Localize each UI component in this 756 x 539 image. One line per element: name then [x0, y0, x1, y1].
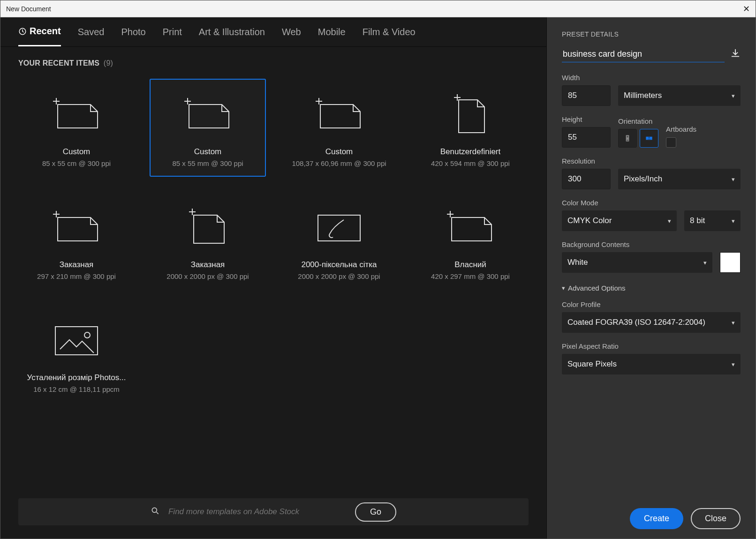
svg-point-8 [649, 137, 650, 138]
preset-meta: 85 x 55 cm @ 300 ppi [42, 159, 111, 167]
preset-card[interactable]: Custom85 x 55 cm @ 300 ppi [18, 79, 135, 177]
advanced-options-toggle[interactable]: ▾ Advanced Options [562, 284, 741, 292]
save-preset-icon[interactable] [730, 48, 741, 60]
width-label: Width [562, 74, 741, 82]
new-document-dialog: New Document ✕ Recent Saved Photo Print … [0, 0, 756, 539]
background-contents-label: Background Contents [562, 240, 741, 248]
artboards-checkbox[interactable] [666, 137, 676, 148]
artboards-label: Artboards [666, 125, 696, 133]
tab-web[interactable]: Web [282, 27, 301, 46]
preset-document-icon [452, 88, 489, 140]
chevron-down-icon: ▾ [732, 217, 735, 225]
tab-photo[interactable]: Photo [121, 27, 145, 46]
preset-meta: 420 x 297 mm @ 300 ppi [431, 272, 510, 280]
preset-card[interactable]: Benutzerdefiniert420 x 594 mm @ 300 ppi [412, 79, 529, 177]
preset-document-icon [313, 88, 365, 140]
preset-document-icon [187, 201, 229, 253]
resolution-input[interactable] [562, 169, 611, 189]
svg-rect-1 [318, 215, 360, 241]
left-pane: Recent Saved Photo Print Art & Illustrat… [0, 17, 547, 539]
color-profile-select[interactable]: Coated FOGRA39 (ISO 12647-2:2004) ▾ [562, 312, 741, 333]
pixel-aspect-ratio-label: Pixel Aspect Ratio [562, 342, 741, 350]
svg-point-6 [627, 136, 628, 137]
preset-card[interactable]: Власний420 x 297 mm @ 300 ppi [412, 192, 529, 290]
category-tabs: Recent Saved Photo Print Art & Illustrat… [0, 17, 546, 47]
chevron-down-icon: ▾ [562, 284, 565, 292]
svg-point-3 [84, 332, 90, 338]
preset-details-panel: PRESET DETAILS Width Millimeters ▾ Heigh… [547, 17, 756, 539]
orientation-label: Orientation [618, 117, 658, 125]
preset-title: Власний [454, 260, 486, 270]
preset-title: Custom [325, 147, 353, 157]
preset-document-icon [182, 88, 234, 140]
tab-film-video[interactable]: Film & Video [363, 27, 416, 46]
preset-meta: 297 x 210 mm @ 300 ppi [37, 272, 116, 280]
template-search-input[interactable] [168, 507, 347, 517]
background-contents-select[interactable]: White ▾ [562, 252, 712, 273]
color-profile-label: Color Profile [562, 300, 741, 308]
chevron-down-icon: ▾ [732, 319, 735, 326]
width-input[interactable] [562, 85, 611, 106]
preset-meta: 2000 x 2000 px @ 300 ppi [166, 272, 249, 280]
titlebar: New Document ✕ [0, 0, 756, 17]
window-title: New Document [6, 5, 51, 13]
preset-meta: 108,37 x 60,96 mm @ 300 ppi [292, 159, 386, 167]
preset-meta: 2000 x 2000 px @ 300 ppi [298, 272, 380, 280]
preset-card[interactable]: 2000-піксельна сітка2000 x 2000 px @ 300… [281, 192, 397, 290]
preset-card[interactable]: Заказная2000 x 2000 px @ 300 ppi [150, 192, 266, 290]
preset-card[interactable]: Заказная297 x 210 mm @ 300 ppi [18, 192, 135, 290]
chevron-down-icon: ▾ [668, 217, 671, 225]
preset-card[interactable]: Custom85 x 55 mm @ 300 ppi [150, 79, 266, 177]
color-depth-select[interactable]: 8 bit ▾ [684, 210, 741, 231]
color-mode-label: Color Mode [562, 199, 741, 207]
resolution-label: Resolution [562, 157, 741, 165]
svg-point-4 [152, 508, 157, 512]
height-input[interactable] [562, 127, 611, 148]
orientation-landscape-button[interactable] [640, 129, 658, 148]
preset-details-title: PRESET DETAILS [562, 30, 741, 38]
background-color-swatch[interactable] [720, 252, 741, 273]
units-select[interactable]: Millimeters ▾ [618, 85, 741, 106]
preset-title: Custom [63, 147, 91, 157]
close-button[interactable]: Close [691, 508, 741, 529]
recent-items-heading: YOUR RECENT ITEMS (9) [18, 59, 529, 67]
go-button[interactable]: Go [355, 502, 396, 522]
preset-meta: 85 x 55 mm @ 300 ppi [172, 159, 243, 167]
preset-card[interactable]: Усталений розмір Photos...16 x 12 cm @ 1… [18, 305, 135, 403]
chevron-down-icon: ▾ [703, 259, 707, 266]
preset-title: 2000-піксельна сітка [301, 260, 377, 270]
pixel-aspect-ratio-select[interactable]: Square Pixels ▾ [562, 354, 741, 374]
preset-title: Заказная [191, 260, 225, 270]
tab-print[interactable]: Print [163, 27, 182, 46]
preset-title: Усталений розмір Photos... [27, 373, 126, 382]
preset-meta: 420 x 594 mm @ 300 ppi [431, 159, 510, 167]
search-icon [151, 506, 160, 517]
tab-saved[interactable]: Saved [78, 27, 105, 46]
preset-document-icon [313, 201, 365, 253]
height-label: Height [562, 115, 611, 123]
recent-icon [18, 27, 27, 36]
create-button[interactable]: Create [630, 508, 683, 529]
tab-mobile[interactable]: Mobile [318, 27, 346, 46]
resolution-units-select[interactable]: Pixels/Inch ▾ [618, 169, 741, 189]
preset-document-icon [51, 314, 102, 366]
preset-name-input[interactable] [562, 46, 725, 62]
tab-recent[interactable]: Recent [18, 26, 61, 46]
close-icon[interactable]: ✕ [743, 4, 750, 14]
orientation-portrait-button[interactable] [618, 129, 637, 148]
preset-title: Custom [194, 147, 222, 157]
preset-document-icon [51, 201, 102, 253]
preset-grid: Custom85 x 55 cm @ 300 ppiCustom85 x 55 … [18, 79, 529, 403]
preset-meta: 16 x 12 cm @ 118,11 ppcm [33, 385, 120, 393]
chevron-down-icon: ▾ [732, 92, 735, 99]
tab-label: Recent [30, 26, 61, 37]
chevron-down-icon: ▾ [732, 361, 735, 368]
preset-title: Benutzerdefiniert [440, 147, 501, 157]
preset-title: Заказная [60, 260, 94, 270]
color-mode-select[interactable]: CMYK Color ▾ [562, 210, 677, 231]
tab-art-illustration[interactable]: Art & Illustration [199, 27, 265, 46]
preset-card[interactable]: Custom108,37 x 60,96 mm @ 300 ppi [281, 79, 397, 177]
preset-document-icon [51, 88, 102, 140]
dialog-footer: Create Close [562, 495, 741, 529]
preset-document-icon [445, 201, 496, 253]
